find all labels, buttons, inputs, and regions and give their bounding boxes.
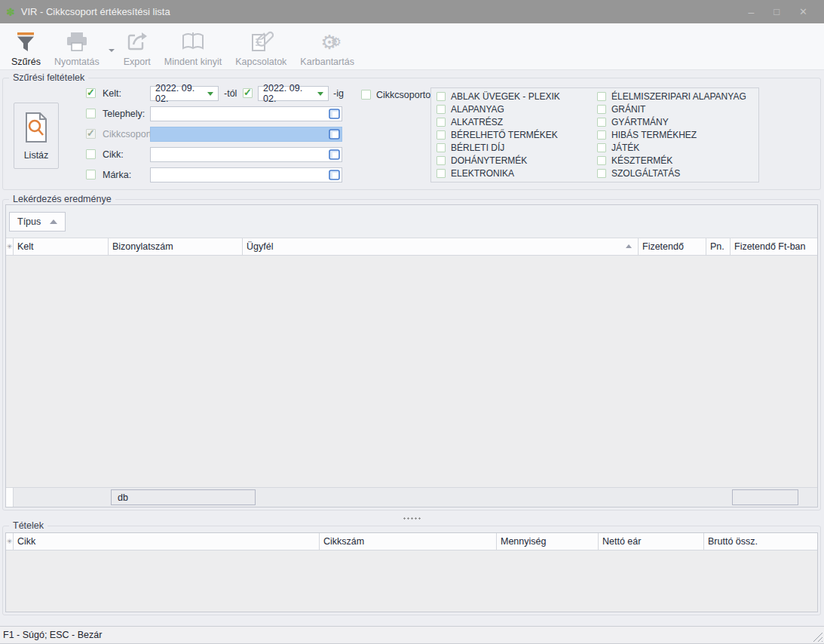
toolbar-button-print[interactable]: Nyomtatás	[47, 29, 106, 67]
filter-group: Szűrési feltételek Listáz Kelt: 2022. 09…	[2, 78, 821, 190]
toolbar-button-export[interactable]: Export	[117, 29, 158, 67]
option-checkbox[interactable]	[437, 118, 446, 127]
option-checkbox[interactable]	[437, 143, 446, 152]
option-checkbox[interactable]	[437, 130, 446, 140]
option-checkbox[interactable]	[597, 143, 606, 152]
items-table-body[interactable]	[6, 550, 817, 612]
summary-indicator-cell	[6, 488, 14, 507]
open-book-icon	[179, 29, 207, 56]
column-header-bizonylatszam[interactable]: Bizonylatszám	[109, 238, 243, 255]
toolbar-button-filter[interactable]: Szűrés	[5, 29, 47, 67]
column-header-brutto-ossz[interactable]: Bruttó össz.	[704, 533, 817, 550]
option-checkbox[interactable]	[597, 105, 606, 114]
option-granit[interactable]: GRÁNIT	[595, 103, 755, 116]
marka-checkbox[interactable]	[86, 170, 96, 179]
option-checkbox[interactable]	[437, 169, 446, 178]
cikkcsoport-checkbox[interactable]	[86, 129, 96, 139]
option-checkbox[interactable]	[597, 156, 606, 165]
printer-icon	[64, 29, 90, 56]
option-jatek[interactable]: JÁTÉK	[595, 141, 755, 154]
telephely-field[interactable]	[150, 106, 342, 121]
option-checkbox[interactable]	[597, 118, 606, 127]
option-szolgaltatas[interactable]: SZOLGÁLTATÁS	[595, 167, 755, 179]
lookup-table-icon[interactable]	[326, 107, 342, 121]
toolbar-button-connections[interactable]: Kapcsolatok	[228, 29, 293, 67]
column-header-fizetendo-ft-ban[interactable]: Fizetendő Ft-ban	[731, 238, 817, 255]
close-button[interactable]: ✕	[799, 6, 807, 17]
column-header-cikk[interactable]: Cikk	[14, 533, 320, 550]
column-header-mennyiseg[interactable]: Mennyiség	[497, 533, 599, 550]
marka-label: Márka:	[103, 170, 131, 180]
option-checkbox[interactable]	[597, 92, 606, 101]
items-grid: ✳ Cikk Cikkszám Mennyiség Nettó eár Brut…	[5, 532, 818, 612]
column-header-kelt[interactable]: Kelt	[14, 238, 109, 255]
group-by-panel[interactable]: Típus	[6, 205, 817, 238]
date-dropdown-icon[interactable]	[313, 87, 328, 100]
lookup-table-icon[interactable]	[326, 168, 342, 182]
option-checkbox[interactable]	[437, 156, 446, 165]
cikk-checkbox[interactable]	[86, 149, 96, 159]
option-checkbox[interactable]	[597, 169, 606, 178]
minimize-button[interactable]: –	[748, 6, 754, 18]
option-checkbox[interactable]	[597, 130, 606, 140]
group-by-chip-tipus[interactable]: Típus	[9, 212, 66, 232]
option-ablak-uvegek[interactable]: ABLAK ÜVEGEK - PLEXIK	[434, 90, 595, 103]
cikk-field[interactable]	[150, 147, 342, 162]
cikkcsoport-field[interactable]	[150, 127, 342, 142]
options-column-left: ABLAK ÜVEGEK - PLEXIK ALAPANYAG ALKATRÉS…	[434, 90, 595, 179]
option-berleti-dij[interactable]: BÉRLETI DÍJ	[434, 141, 595, 154]
marka-field[interactable]	[150, 167, 342, 182]
kelt-to-date-picker[interactable]: 2022. 09. 02.	[258, 86, 329, 101]
cikkcsoport-label: Cikkcsoport:	[103, 129, 155, 140]
kelt-from-date-picker[interactable]: 2022. 09. 02.	[150, 86, 219, 101]
column-header-cikkszam[interactable]: Cikkszám	[320, 533, 497, 550]
cikk-label: Cikk:	[103, 149, 124, 160]
option-berelheto-termekek[interactable]: BÉRELHETŐ TERMÉKEK	[434, 129, 595, 142]
toolbar-button-expand-all[interactable]: Mindent kinyit	[158, 29, 228, 67]
kelt-checkbox[interactable]	[86, 88, 96, 98]
horizontal-splitter[interactable]	[0, 511, 824, 526]
option-alapanyag[interactable]: ALAPANYAG	[434, 103, 595, 116]
option-checkbox[interactable]	[437, 92, 446, 101]
resize-grip[interactable]	[812, 631, 822, 642]
column-header-ugyfel[interactable]: Ügyfél	[243, 238, 639, 255]
splitter-grip-icon	[403, 517, 422, 520]
results-grid: Típus ✳ Kelt Bizonylatszám Ügyfél Fizete…	[5, 204, 818, 508]
list-button[interactable]: Listáz	[14, 103, 59, 169]
print-dropdown-button[interactable]	[106, 34, 117, 67]
lookup-table-icon[interactable]	[326, 127, 342, 141]
lookup-table-icon[interactable]	[326, 148, 342, 161]
option-hibas-termekhez[interactable]: HIBÁS TERMÉKHEZ	[595, 129, 755, 142]
telephely-checkbox[interactable]	[86, 109, 96, 118]
option-dohanytermek[interactable]: DOHÁNYTERMÉK	[434, 154, 595, 167]
to-suffix-label: -ig	[333, 88, 344, 99]
app-icon: ✽	[6, 6, 15, 18]
cikkcsoportok-checkbox[interactable]	[361, 90, 371, 100]
title-bar: ✽ VIR - Cikkcsoport értékesítési lista –…	[0, 0, 824, 23]
status-bar: F1 - Súgó; ESC - Bezár	[0, 626, 824, 644]
toolbar: Szűrés Nyomtatás Export Mindent kinyit	[0, 23, 824, 70]
option-elelmiszeripari-alapanyag[interactable]: ÉLELMISZERIPARI ALAPANYAG	[595, 90, 755, 103]
row-indicator-icon: ✳	[6, 533, 14, 550]
option-gyartmany[interactable]: GYÁRTMÁNY	[595, 116, 755, 129]
kelt-to-checkbox[interactable]	[243, 88, 253, 98]
option-elektronika[interactable]: ELEKTRONIKA	[434, 167, 595, 179]
option-checkbox[interactable]	[437, 105, 446, 114]
chevron-down-icon	[109, 49, 115, 52]
column-header-fizetendo[interactable]: Fizetendő	[639, 238, 706, 255]
toolbar-button-maintenance[interactable]: ⚙⚙ Karbantartás	[293, 29, 361, 67]
options-column-right: ÉLELMISZERIPARI ALAPANYAG GRÁNIT GYÁRTMÁ…	[595, 90, 755, 179]
row-indicator-icon: ✳	[6, 238, 14, 255]
gears-icon: ⚙⚙	[320, 29, 334, 56]
status-hint-text: F1 - Súgó; ESC - Bezár	[3, 630, 102, 640]
column-header-pn[interactable]: Pn.	[706, 238, 731, 255]
items-group: Tételek ✳ Cikk Cikkszám Mennyiség Nettó …	[2, 526, 821, 615]
option-kesztermek[interactable]: KÉSZTERMÉK	[595, 154, 755, 167]
option-alkatresz[interactable]: ALKATRÉSZ	[434, 116, 595, 129]
results-summary-row: db	[6, 487, 817, 507]
maximize-button[interactable]: □	[773, 6, 780, 17]
results-table-body[interactable]	[6, 256, 817, 487]
total-summary-cell	[732, 489, 798, 505]
column-header-netto-ear[interactable]: Nettó eár	[599, 533, 704, 550]
date-dropdown-icon[interactable]	[203, 87, 218, 100]
